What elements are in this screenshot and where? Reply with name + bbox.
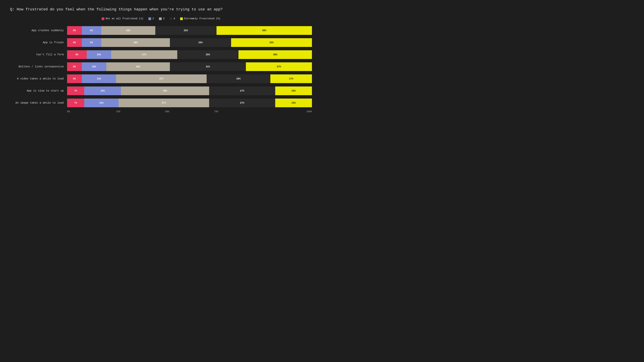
bar-segment-6-2: 37% bbox=[118, 98, 209, 107]
legend-item-3: 3 bbox=[159, 17, 164, 20]
bar-segment-4-1: 14% bbox=[82, 74, 116, 83]
bar-segment-4-4: 17% bbox=[270, 74, 312, 83]
bar-container-2: 8%10%27%25%30% bbox=[67, 50, 312, 59]
bar-container-1: 6%8%28%25%33% bbox=[67, 38, 312, 47]
legend-label-2: 2 bbox=[152, 17, 154, 20]
bar-segment-3-3: 31% bbox=[170, 62, 246, 71]
legend-swatch-2 bbox=[148, 17, 151, 20]
bar-segment-3-4: 27% bbox=[246, 62, 312, 71]
chart-row-6: An image takes a while to load7%14%37%27… bbox=[10, 97, 312, 109]
x-axis: 0%25%50%75%100% bbox=[67, 110, 312, 113]
row-label-6: An image takes a while to load bbox=[10, 101, 67, 104]
legend-item-5: Extremely frustrated (5) bbox=[180, 17, 220, 20]
row-label-2: Can't fill a form bbox=[10, 53, 67, 56]
bar-segment-3-1: 10% bbox=[82, 62, 106, 71]
bar-container-4: 6%14%37%26%17% bbox=[67, 74, 312, 83]
chart-row-4: A video takes a while to load6%14%37%26%… bbox=[10, 73, 312, 84]
legend-item-4: 4 bbox=[170, 17, 175, 20]
legend-item-1: Not at all frustrated (1) bbox=[102, 17, 144, 20]
chart-row-3: Buttons / links unresponsive6%10%26%31%2… bbox=[10, 61, 312, 72]
bar-segment-6-0: 7% bbox=[67, 98, 84, 107]
chart-legend: Not at all frustrated (1)234Extremely fr… bbox=[10, 17, 312, 20]
row-label-4: A video takes a while to load bbox=[10, 77, 67, 80]
xaxis-tick-4: 100% bbox=[263, 110, 312, 113]
bar-segment-6-1: 14% bbox=[84, 98, 118, 107]
xaxis-tick-0: 0% bbox=[67, 110, 116, 113]
chart-area: App crashes suddenly6%8%22%25%39%App is … bbox=[10, 25, 312, 109]
chart-row-1: App is frozen6%8%28%25%33% bbox=[10, 37, 312, 48]
bar-segment-5-0: 7% bbox=[67, 86, 84, 95]
bar-segment-4-2: 37% bbox=[116, 74, 206, 83]
bar-container-0: 6%8%22%25%39% bbox=[67, 26, 312, 35]
bar-segment-2-0: 8% bbox=[67, 50, 87, 59]
xaxis-tick-3: 75% bbox=[214, 110, 263, 113]
chart-row-0: App crashes suddenly6%8%22%25%39% bbox=[10, 25, 312, 36]
bar-segment-5-3: 27% bbox=[209, 86, 275, 95]
bar-segment-1-3: 25% bbox=[170, 38, 231, 47]
chart-row-2: Can't fill a form8%10%27%25%30% bbox=[10, 49, 312, 60]
legend-swatch-5 bbox=[180, 17, 183, 20]
row-label-0: App crashes suddenly bbox=[10, 29, 67, 32]
legend-swatch-1 bbox=[102, 17, 104, 20]
bar-segment-6-4: 15% bbox=[275, 98, 312, 107]
legend-item-2: 2 bbox=[148, 17, 154, 20]
legend-label-3: 3 bbox=[163, 17, 164, 20]
bar-segment-2-1: 10% bbox=[87, 50, 111, 59]
bar-segment-3-2: 26% bbox=[106, 62, 170, 71]
bar-segment-1-0: 6% bbox=[67, 38, 82, 47]
bar-segment-0-0: 6% bbox=[67, 26, 82, 35]
bar-segment-0-4: 39% bbox=[216, 26, 312, 35]
legend-label-4: 4 bbox=[174, 17, 175, 20]
bar-segment-1-1: 8% bbox=[82, 38, 102, 47]
bar-segment-4-0: 6% bbox=[67, 74, 82, 83]
chart-row-5: App is slow to start up7%15%36%27%15% bbox=[10, 85, 312, 96]
xaxis-tick-2: 50% bbox=[165, 110, 214, 113]
bar-segment-2-3: 25% bbox=[177, 50, 238, 59]
bar-container-5: 7%15%36%27%15% bbox=[67, 86, 312, 95]
bar-segment-2-4: 30% bbox=[238, 50, 312, 59]
legend-swatch-3 bbox=[159, 17, 162, 20]
bar-segment-0-2: 22% bbox=[101, 26, 155, 35]
bar-segment-1-2: 28% bbox=[101, 38, 170, 47]
row-label-3: Buttons / links unresponsive bbox=[10, 65, 67, 68]
xaxis-tick-1: 25% bbox=[116, 110, 165, 113]
bar-segment-6-3: 27% bbox=[209, 98, 275, 107]
bar-segment-2-2: 27% bbox=[111, 50, 177, 59]
bar-segment-3-0: 6% bbox=[67, 62, 82, 71]
bar-segment-0-3: 25% bbox=[155, 26, 216, 35]
bar-container-3: 6%10%26%31%27% bbox=[67, 62, 312, 71]
bar-segment-5-4: 15% bbox=[275, 86, 312, 95]
legend-swatch-4 bbox=[170, 17, 172, 20]
row-label-1: App is frozen bbox=[10, 41, 67, 44]
bar-segment-5-2: 36% bbox=[121, 86, 209, 95]
bar-segment-5-1: 15% bbox=[84, 86, 121, 95]
bar-segment-4-3: 26% bbox=[206, 74, 270, 83]
legend-label-5: Extremely frustrated (5) bbox=[184, 17, 220, 20]
row-label-5: App is slow to start up bbox=[10, 89, 67, 92]
bar-segment-1-4: 33% bbox=[231, 38, 312, 47]
bar-segment-0-1: 8% bbox=[82, 26, 102, 35]
survey-question: Q: How frustrated do you feel when the f… bbox=[10, 7, 228, 12]
bar-container-6: 7%14%37%27%15% bbox=[67, 98, 312, 107]
legend-label-1: Not at all frustrated (1) bbox=[106, 17, 144, 20]
